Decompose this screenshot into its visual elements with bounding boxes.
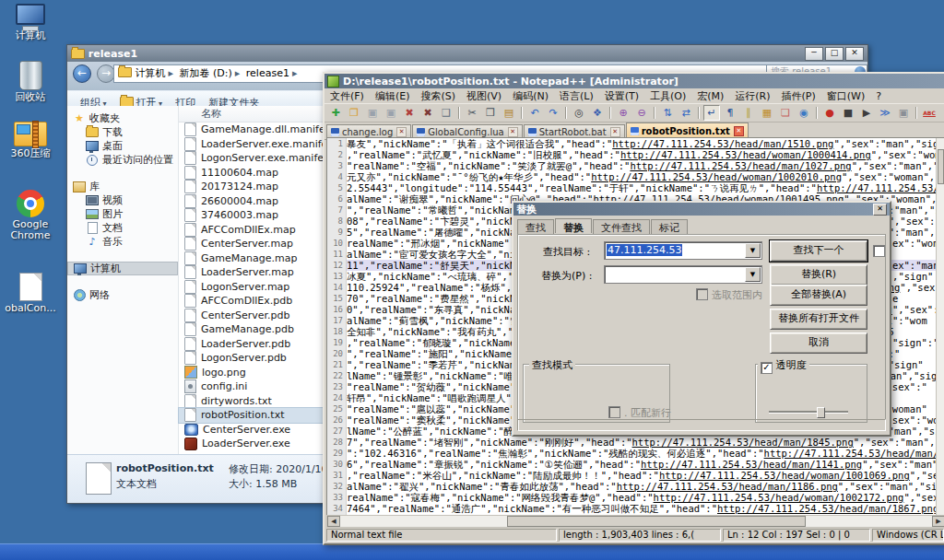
sidebar-item-库[interactable]: 库 (67, 180, 178, 193)
column-header-name[interactable]: 名称 (179, 106, 336, 122)
indent-guide-icon[interactable]: ∥ (740, 105, 757, 121)
find-icon[interactable]: ◎ (571, 105, 587, 121)
folder-as-workspace-icon[interactable]: ❏ (777, 105, 794, 121)
close-tab-icon[interactable]: ✕ (396, 127, 407, 137)
desktop-icon-chrome[interactable]: Google Chrome (2, 190, 59, 241)
breadcrumb-segment[interactable]: 计算机 (132, 67, 166, 79)
cancel-button[interactable]: 取消 (770, 332, 867, 354)
replace-all-button[interactable]: 全部替换(A) (770, 285, 867, 306)
replace-button[interactable]: 替换(R) (770, 264, 867, 286)
replace-all-open-button[interactable]: 替换所有打开文件 (770, 309, 867, 330)
replace-icon[interactable]: ❖ (589, 105, 606, 121)
dialog-tab-文件查找[interactable]: 文件查找 (593, 219, 650, 234)
menu-item-工具(O)[interactable]: 工具(O) (644, 89, 691, 103)
desktop-icon-text-file[interactable]: obalCon... (2, 273, 59, 314)
scroll-left-icon[interactable]: ◀ (327, 516, 340, 527)
sidebar-item-下载[interactable]: 下载 (67, 125, 178, 139)
menu-item-搜索(S)[interactable]: 搜索(S) (415, 89, 461, 103)
sidebar-item-收藏夹[interactable]: ★收藏夹 (67, 111, 178, 125)
menu-item-?[interactable]: ? (870, 90, 887, 102)
dialog-titlebar[interactable]: 替换 ✕ (513, 203, 890, 216)
close-icon[interactable]: ✕ (873, 204, 887, 216)
menu-item-插件(P)[interactable]: 插件(P) (776, 89, 821, 103)
transparency-checkbox[interactable]: ✓ 透明度 (758, 358, 809, 374)
print-icon[interactable]: ❑ (438, 105, 454, 121)
sidebar-item-最近访问的位置[interactable]: 最近访问的位置 (67, 153, 178, 167)
dialog-tab-标记[interactable]: 标记 (651, 219, 688, 234)
find-what-input[interactable]: 47.111.254.53 ▼ (604, 241, 762, 260)
breadcrumb-segment[interactable]: 新加卷 (D:) (176, 67, 232, 79)
editor-vertical-scrollbar[interactable] (936, 138, 944, 515)
close-all-icon[interactable]: ✖ (419, 105, 436, 121)
menu-item-语言(L)[interactable]: 语言(L) (554, 89, 599, 103)
maximize-icon[interactable]: □ (825, 47, 844, 61)
close-tab-icon[interactable]: ✕ (508, 127, 518, 137)
show-all-characters-icon[interactable]: ¶ (722, 105, 738, 121)
desktop-icon-zip-archive[interactable]: 360压缩 (2, 122, 59, 159)
notepad-titlebar[interactable]: D:\release1\robotPosition.txt - Notepad+… (324, 74, 944, 88)
replace-with-input[interactable]: 4 226 ▼ (604, 265, 762, 284)
sidebar-item-图片[interactable]: 图片 (67, 207, 178, 221)
dialog-tab-查找[interactable]: 查找 (517, 219, 554, 234)
scrollbar-thumb[interactable] (507, 516, 806, 527)
run-macro-multiple-icon[interactable]: ≫ (877, 105, 893, 121)
desktop-icon-computer[interactable]: 计算机 (2, 4, 59, 41)
sidebar-item-网络[interactable]: 网络 (67, 288, 178, 302)
chevron-right-icon[interactable]: ▸ (289, 67, 301, 79)
spell-check-icon[interactable]: ABC (921, 105, 938, 121)
close-tab-icon[interactable]: ✕ (734, 126, 744, 136)
sidebar-item-计算机[interactable]: 计算机 (67, 262, 178, 275)
word-wrap-icon[interactable]: ↵ (703, 105, 720, 121)
menu-item-设置(T)[interactable]: 设置(T) (599, 89, 644, 103)
transparency-slider[interactable] (769, 411, 848, 414)
find-next-button[interactable]: 查找下一个 (770, 240, 867, 262)
menu-item-文件(F)[interactable]: 文件(F) (324, 89, 370, 103)
save-all-icon[interactable]: ▣ (383, 105, 399, 121)
sidebar-item-桌面[interactable]: 桌面 (67, 139, 178, 153)
cut-icon[interactable]: ✂ (464, 105, 480, 121)
close-file-icon[interactable]: ✖ (401, 105, 418, 121)
explorer-titlebar[interactable]: release1 ─ □ ✕ (67, 45, 867, 62)
save-icon[interactable]: ▣ (364, 105, 381, 121)
file-monitor-icon[interactable]: ◉ (796, 105, 812, 121)
forward-button[interactable]: → (97, 64, 115, 83)
save-macro-icon[interactable]: ▣ (895, 105, 912, 121)
stop-macro-icon[interactable]: ■ (840, 105, 856, 121)
sync-horizontal-icon[interactable]: ⇄ (678, 105, 694, 121)
copy-icon[interactable]: ❒ (482, 105, 499, 121)
editor-horizontal-scrollbar[interactable]: ◀ ▶ (326, 515, 944, 528)
small-checkbox[interactable] (873, 245, 885, 257)
play-macro-icon[interactable]: ▶ (858, 105, 875, 121)
chevron-right-icon[interactable]: ▸ (166, 67, 177, 79)
menu-item-窗口(W)[interactable]: 窗口(W) (821, 89, 870, 103)
dialog-tab-替换[interactable]: 替换 (555, 218, 592, 233)
breadcrumb-segment[interactable]: release1 (242, 67, 289, 79)
zoom-in-icon[interactable]: ⊕ (615, 105, 631, 121)
chevron-right-icon[interactable]: ▸ (232, 67, 243, 79)
sidebar-item-文档[interactable]: 文档 (67, 221, 178, 235)
close-icon[interactable]: ✕ (845, 47, 864, 61)
sync-vertical-icon[interactable]: ⇅ (659, 105, 676, 121)
new-file-icon[interactable]: ✚ (327, 105, 344, 121)
dot-matches-newline-checkbox[interactable]: . 匹配新行 (608, 406, 671, 420)
open-folder-icon[interactable]: ❐ (346, 105, 362, 121)
sidebar-item-音乐[interactable]: ♪音乐 (67, 235, 178, 249)
menu-item-宏(M)[interactable]: 宏(M) (691, 89, 729, 103)
back-button[interactable]: ← (73, 64, 91, 83)
zoom-out-icon[interactable]: ⊖ (633, 105, 650, 121)
menu-item-视图(V)[interactable]: 视图(V) (461, 89, 507, 103)
document-map-icon[interactable]: ▦ (759, 105, 775, 121)
redo-icon[interactable]: ↷ (545, 105, 561, 121)
menu-item-编码(N)[interactable]: 编码(N) (507, 89, 554, 103)
paste-icon[interactable]: ▤ (501, 105, 517, 121)
chevron-down-icon[interactable]: ▼ (745, 267, 761, 282)
scroll-right-icon[interactable]: ▶ (932, 516, 944, 527)
chevron-down-icon[interactable]: ▼ (745, 243, 761, 258)
menu-item-编辑(E)[interactable]: 编辑(E) (370, 89, 416, 103)
undo-icon[interactable]: ↶ (526, 105, 543, 121)
close-tab-icon[interactable]: ✕ (610, 127, 620, 137)
in-selection-checkbox[interactable]: 选取范围内 (696, 288, 762, 302)
sidebar-item-视频[interactable]: 视频 (67, 193, 178, 207)
minimize-icon[interactable]: ─ (805, 47, 823, 61)
record-macro-icon[interactable]: ● (821, 105, 838, 121)
